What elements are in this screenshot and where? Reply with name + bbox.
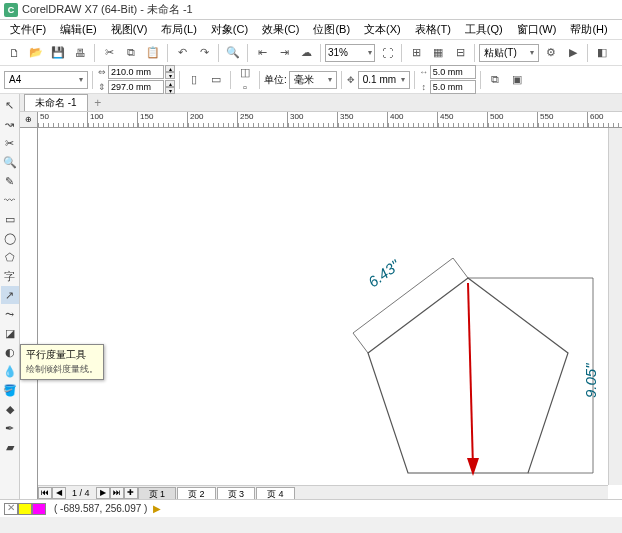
dx-icon: ↔ bbox=[419, 67, 429, 77]
menu-file[interactable]: 文件(F) bbox=[4, 20, 52, 39]
parallel-dimension-tool-icon[interactable]: ↗ bbox=[1, 286, 19, 304]
artistic-media-icon[interactable]: 〰 bbox=[1, 191, 19, 209]
color-swatch-yellow[interactable] bbox=[18, 503, 32, 515]
crop-tool-icon[interactable]: ✂ bbox=[1, 134, 19, 152]
show-rulers-icon[interactable]: ⊞ bbox=[406, 43, 426, 63]
app-store-icon[interactable]: ◧ bbox=[592, 43, 612, 63]
first-page-icon[interactable]: ⏮ bbox=[38, 487, 52, 499]
show-guides-icon[interactable]: ⊟ bbox=[450, 43, 470, 63]
show-grid-icon[interactable]: ▦ bbox=[428, 43, 448, 63]
separator bbox=[247, 44, 248, 62]
outline-width-combo[interactable]: 0.1 mm▾ bbox=[358, 71, 410, 89]
menu-bitmap[interactable]: 位图(B) bbox=[307, 20, 356, 39]
fullscreen-icon[interactable]: ⛶ bbox=[377, 43, 397, 63]
treat-as-filled-icon[interactable]: ▣ bbox=[507, 70, 527, 90]
page-width-field[interactable]: 210.0 mm bbox=[108, 65, 164, 79]
height-icon: ⇕ bbox=[97, 82, 107, 92]
menu-tools[interactable]: 工具(Q) bbox=[459, 20, 509, 39]
no-color-swatch[interactable] bbox=[4, 503, 18, 515]
page-size-combo[interactable]: A4▾ bbox=[4, 71, 88, 89]
playback-icon[interactable]: ▶ bbox=[153, 503, 161, 514]
document-tab[interactable]: 未命名 -1 bbox=[24, 94, 88, 111]
duplicate-distance-icon[interactable]: ⧉ bbox=[485, 70, 505, 90]
shape-tool-icon[interactable]: ↝ bbox=[1, 115, 19, 133]
ellipse-tool-icon[interactable]: ◯ bbox=[1, 229, 19, 247]
drop-shadow-icon[interactable]: ◪ bbox=[1, 324, 19, 342]
page-tab[interactable]: 页 1 bbox=[138, 487, 177, 499]
horizontal-ruler[interactable]: 50100150200250300350400450500550600 bbox=[38, 112, 622, 128]
menu-window[interactable]: 窗口(W) bbox=[511, 20, 563, 39]
menu-layout[interactable]: 布局(L) bbox=[155, 20, 202, 39]
ruler-origin-icon[interactable]: ⊕ bbox=[20, 112, 38, 128]
spinner[interactable]: ▴▾ bbox=[165, 80, 175, 94]
menu-help[interactable]: 帮助(H) bbox=[564, 20, 613, 39]
page-height-field[interactable]: 297.0 mm bbox=[108, 80, 164, 94]
new-icon[interactable]: 🗋 bbox=[4, 43, 24, 63]
publish-icon[interactable]: ☁ bbox=[296, 43, 316, 63]
menu-text[interactable]: 文本(X) bbox=[358, 20, 407, 39]
launch-icon[interactable]: ▶ bbox=[563, 43, 583, 63]
menu-bar: 文件(F) 编辑(E) 视图(V) 布局(L) 对象(C) 效果(C) 位图(B… bbox=[0, 20, 622, 40]
landscape-icon[interactable]: ▭ bbox=[206, 70, 226, 90]
current-page-icon[interactable]: ▫ bbox=[235, 80, 255, 93]
options-icon[interactable]: ⚙ bbox=[541, 43, 561, 63]
import-icon[interactable]: ⇤ bbox=[252, 43, 272, 63]
drawing-stage[interactable]: 6.43" 9.05" bbox=[38, 128, 608, 485]
menu-edit[interactable]: 编辑(E) bbox=[54, 20, 103, 39]
prev-page-icon[interactable]: ◀ bbox=[52, 487, 66, 499]
menu-effects[interactable]: 效果(C) bbox=[256, 20, 305, 39]
open-icon[interactable]: 📂 bbox=[26, 43, 46, 63]
color-eyedropper-icon[interactable]: 💧 bbox=[1, 362, 19, 380]
paste-icon[interactable]: 📋 bbox=[143, 43, 163, 63]
text-tool-icon[interactable]: 字 bbox=[1, 267, 19, 285]
zoom-tool-icon[interactable]: 🔍 bbox=[1, 153, 19, 171]
copy-icon[interactable]: ⧉ bbox=[121, 43, 141, 63]
zoom-combo[interactable]: 31%▾ bbox=[325, 44, 375, 62]
page-tab[interactable]: 页 2 bbox=[177, 487, 216, 499]
add-tab-icon[interactable]: + bbox=[90, 96, 106, 110]
search-icon[interactable]: 🔍 bbox=[223, 43, 243, 63]
separator bbox=[587, 44, 588, 62]
export-icon[interactable]: ⇥ bbox=[274, 43, 294, 63]
cut-icon[interactable]: ✂ bbox=[99, 43, 119, 63]
print-icon[interactable]: 🖶 bbox=[70, 43, 90, 63]
save-icon[interactable]: 💾 bbox=[48, 43, 68, 63]
all-pages-icon[interactable]: ◫ bbox=[235, 66, 255, 79]
transparency-tool-icon[interactable]: ◐ bbox=[1, 343, 19, 361]
menu-view[interactable]: 视图(V) bbox=[105, 20, 154, 39]
rectangle-tool-icon[interactable]: ▭ bbox=[1, 210, 19, 228]
page-tab[interactable]: 页 3 bbox=[217, 487, 256, 499]
vertical-scrollbar[interactable] bbox=[608, 128, 622, 485]
pick-tool-icon[interactable]: ↖ bbox=[1, 96, 19, 114]
polygon-tool-icon[interactable]: ⬠ bbox=[1, 248, 19, 266]
connector-tool-icon[interactable]: ⤳ bbox=[1, 305, 19, 323]
redo-icon[interactable]: ↷ bbox=[194, 43, 214, 63]
undo-icon[interactable]: ↶ bbox=[172, 43, 192, 63]
separator bbox=[179, 71, 180, 89]
fill-tool-icon[interactable]: ▰ bbox=[1, 438, 19, 456]
freehand-tool-icon[interactable]: ✎ bbox=[1, 172, 19, 190]
menu-table[interactable]: 表格(T) bbox=[409, 20, 457, 39]
menu-object[interactable]: 对象(C) bbox=[205, 20, 254, 39]
outline-pen-icon[interactable]: ✒ bbox=[1, 419, 19, 437]
add-page-icon[interactable]: ✚ bbox=[124, 487, 138, 499]
last-page-icon[interactable]: ⏭ bbox=[110, 487, 124, 499]
page-tab[interactable]: 页 4 bbox=[256, 487, 295, 499]
smart-fill-icon[interactable]: ◆ bbox=[1, 400, 19, 418]
unit-combo[interactable]: 毫米▾ bbox=[289, 71, 337, 89]
dimension-line-1[interactable] bbox=[353, 258, 453, 333]
interactive-fill-icon[interactable]: 🪣 bbox=[1, 381, 19, 399]
drawing-arrow[interactable] bbox=[468, 283, 473, 468]
nudge-y-field[interactable]: 5.0 mm bbox=[430, 80, 476, 94]
next-page-icon[interactable]: ▶ bbox=[96, 487, 110, 499]
portrait-icon[interactable]: ▯ bbox=[184, 70, 204, 90]
spinner[interactable]: ▴▾ bbox=[165, 65, 175, 79]
svg-line-0 bbox=[353, 333, 368, 353]
color-swatch-magenta[interactable] bbox=[32, 503, 46, 515]
nudge-distance: ↔5.0 mm ↕5.0 mm bbox=[419, 65, 476, 94]
separator bbox=[320, 44, 321, 62]
paste-dropdown[interactable]: 粘贴(T)▾ bbox=[479, 44, 539, 62]
nudge-x-field[interactable]: 5.0 mm bbox=[430, 65, 476, 79]
vertical-ruler[interactable] bbox=[20, 128, 38, 499]
separator bbox=[167, 44, 168, 62]
